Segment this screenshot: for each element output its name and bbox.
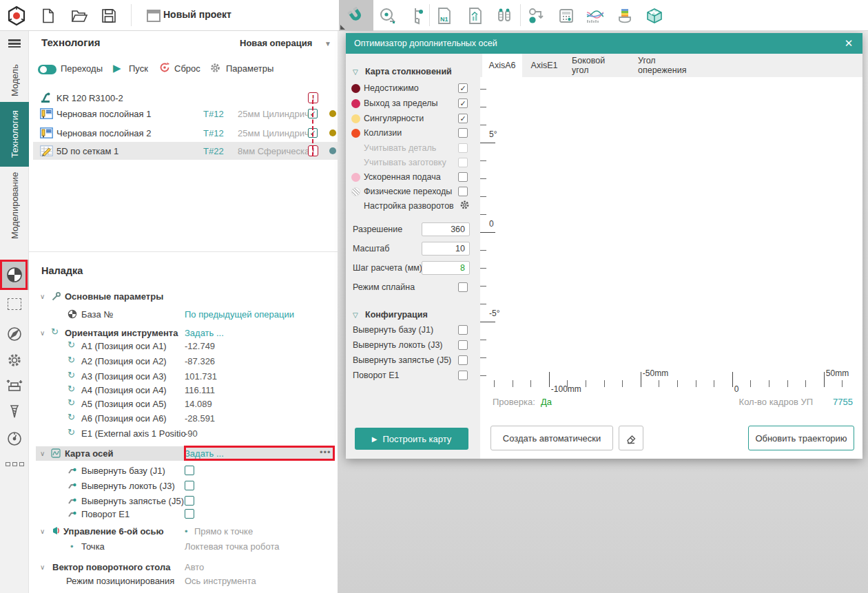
reset-label[interactable]: Сброс	[174, 63, 200, 74]
config-item[interactable]: Вывернуть запястье (J5)	[346, 353, 480, 367]
row-axis-value[interactable]: ↻ E1 (External axis 1 Positio -90	[29, 426, 338, 441]
save-project-icon[interactable]	[96, 3, 121, 28]
settings-gear-icon[interactable]	[0, 352, 29, 368]
new-operation-dropdown[interactable]: Новая операция ▼	[240, 38, 331, 48]
collision-checkbox[interactable]	[458, 128, 468, 138]
collapse-caret-icon[interactable]: ∨	[40, 528, 50, 535]
simulation-box-icon[interactable]	[642, 3, 667, 28]
step-input[interactable]: 8	[422, 261, 470, 275]
collision-checkbox[interactable]	[458, 98, 468, 108]
layers-stack-icon[interactable]	[612, 3, 637, 28]
run-label[interactable]: Пуск	[129, 63, 148, 74]
option-checkbox[interactable]	[185, 509, 194, 519]
tree-row-operation-selected[interactable]: 5D по сеткам 1 T#22 8мм Сферическая ф !	[33, 142, 338, 160]
row-positioning-mode[interactable]: Режим позиционирования Ось инструмента	[29, 573, 338, 588]
config-item[interactable]: Вывернуть локоть (J3)	[346, 338, 480, 352]
open-project-icon[interactable]	[67, 3, 92, 28]
caliper-icon[interactable]	[405, 3, 430, 28]
row-point[interactable]: • Точка Локтевая точка робота	[29, 539, 338, 554]
compass-icon[interactable]	[0, 326, 29, 342]
panel-splitter[interactable]	[29, 251, 338, 252]
option-checkbox[interactable]	[185, 466, 194, 475]
orientation-set-link[interactable]: Задать ...	[185, 328, 224, 338]
collision-checkbox[interactable]	[458, 114, 468, 123]
row-axis-value[interactable]: ↻ A3 (Позиция оси A3) 101.731	[29, 368, 338, 384]
calculator-icon[interactable]	[554, 3, 579, 28]
tape-measure-icon[interactable]	[375, 3, 400, 28]
transitions-toggle[interactable]	[38, 65, 56, 74]
collision-item[interactable]: Физические переходы	[346, 185, 480, 198]
collapse-caret-icon[interactable]: ∨	[40, 563, 50, 571]
tab-simulation[interactable]: Моделирование	[0, 167, 29, 245]
option-checkbox[interactable]	[185, 496, 194, 506]
row-axis-value[interactable]: ↻ A5 (Позиция оси A5) 14.089	[29, 396, 338, 411]
config-checkbox[interactable]	[458, 355, 468, 365]
tool-library-icon[interactable]	[492, 3, 517, 28]
tab-axis-e1[interactable]: AxisE1	[525, 54, 564, 77]
tab-side-angle[interactable]: Боковой угол	[566, 54, 630, 77]
row-axis-value[interactable]: ↻ A1 (Позиция оси A1) -12.749	[29, 338, 338, 353]
group-basic-params[interactable]: ∨ Основные параметры	[29, 289, 338, 304]
parameters-label[interactable]: Параметры	[226, 63, 273, 74]
collapse-caret-icon[interactable]: ∨	[40, 329, 50, 337]
nc-program-icon[interactable]: N1	[432, 3, 457, 28]
group-axis6-control[interactable]: ∨ Управление 6-ой осью • Прямо к точке	[29, 523, 338, 539]
group-table-vector[interactable]: ∨ Вектор поворотного стола Авто	[29, 559, 338, 574]
selection-region-icon[interactable]	[0, 298, 29, 310]
auto-create-button[interactable]: Создать автоматически	[490, 426, 613, 450]
new-document-icon[interactable]	[36, 3, 61, 28]
reset-icon[interactable]	[158, 61, 171, 76]
more-panels-icon[interactable]	[0, 462, 29, 466]
collision-item[interactable]: Выход за пределы	[346, 96, 480, 110]
tree-row-operation[interactable]: Черновая послойная 1 T#12 25мм Цилиндрич…	[33, 105, 338, 123]
collision-item[interactable]: Коллизии	[346, 126, 480, 140]
project-window-icon[interactable]	[141, 3, 166, 28]
row-axis-value[interactable]: ↻ A2 (Позиция оси A2) -87.326	[29, 353, 338, 368]
tab-model[interactable]: Модель	[0, 59, 29, 102]
workpiece-stock-icon[interactable]	[0, 377, 29, 394]
option-checkbox[interactable]	[185, 481, 194, 490]
row-axis-map-option[interactable]: Вывернуть локоть (J3)	[29, 478, 338, 493]
row-axis-map-option[interactable]: Вывернуть базу (J1)	[29, 463, 338, 478]
spline-mode-row[interactable]: Режим сплайна	[346, 280, 480, 294]
tab-lead-angle[interactable]: Угол опережения	[632, 54, 708, 77]
resolution-input[interactable]: 360	[422, 222, 470, 236]
report-icon[interactable]	[463, 3, 488, 28]
more-options-icon[interactable]: •••	[320, 447, 331, 457]
collision-item[interactable]: Недостижимо	[346, 81, 480, 95]
tab-technology[interactable]: Технология	[0, 102, 29, 167]
base-value-link[interactable]: По предыдущей операции	[185, 309, 294, 320]
collision-item[interactable]: Ускоренная подача	[346, 170, 480, 184]
section-caret-icon[interactable]: ▽	[353, 68, 358, 76]
close-icon[interactable]: ✕	[840, 36, 857, 51]
tool-icon[interactable]	[0, 404, 29, 420]
build-map-button[interactable]: ▶ Построить карту	[355, 428, 468, 450]
collision-checkbox[interactable]	[458, 83, 468, 93]
collision-item[interactable]: Сингулярности	[346, 112, 480, 125]
row-axis-value[interactable]: ↻ A6 (Позиция оси A6) -28.591	[29, 410, 338, 426]
spline-checkbox[interactable]	[458, 282, 468, 292]
parameters-gear-icon[interactable]	[209, 62, 221, 76]
collision-checkbox[interactable]	[458, 187, 468, 196]
magnet-snap-icon[interactable]	[339, 0, 373, 31]
menu-hamburger-icon[interactable]	[0, 38, 29, 50]
update-trajectory-button[interactable]: Обновить траекторию	[748, 426, 854, 450]
dialog-titlebar[interactable]: Оптимизатор дополнительных осей	[346, 33, 862, 54]
config-item[interactable]: Поворот E1	[346, 368, 480, 382]
configuration-header[interactable]: ▽ Конфигурация	[346, 308, 480, 322]
gauge-icon[interactable]	[0, 430, 29, 447]
machining-scheme-icon[interactable]	[524, 3, 548, 28]
config-checkbox[interactable]	[458, 371, 468, 380]
collision-checkbox[interactable]	[458, 172, 468, 182]
graphs-icon[interactable]	[583, 3, 608, 28]
config-item[interactable]: Вывернуть базу (J1)	[346, 323, 480, 337]
turn-setup-row[interactable]: Настройка разворотов	[346, 199, 480, 213]
row-axis-value[interactable]: ↻ A4 (Позиция оси A4) 116.111	[29, 382, 338, 397]
scale-input[interactable]: 10	[422, 242, 470, 256]
tab-axis-a6[interactable]: AxisA6	[482, 54, 522, 77]
row-base-number[interactable]: База № По предыдущей операции	[29, 306, 338, 322]
section-caret-icon[interactable]: ▽	[353, 311, 358, 319]
config-checkbox[interactable]	[458, 340, 468, 350]
axis-map-set-link[interactable]: Задать ...	[185, 448, 224, 459]
collapse-caret-icon[interactable]: ∨	[40, 450, 50, 457]
